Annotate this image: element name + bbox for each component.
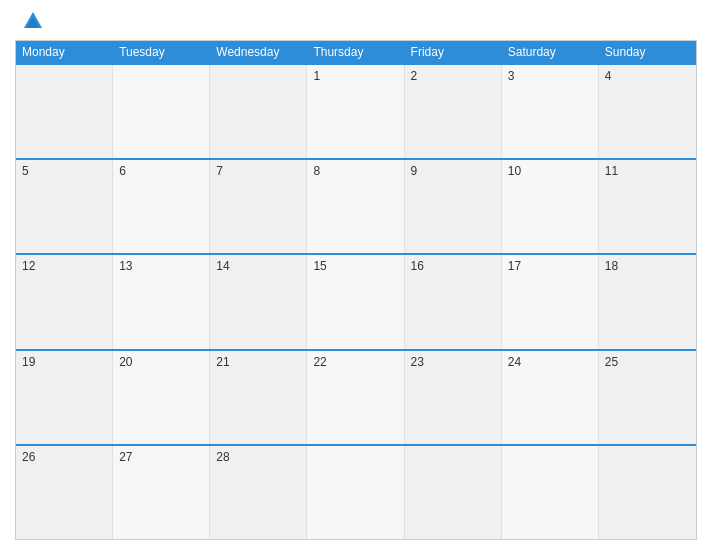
- day-cell-23: 23: [405, 351, 502, 444]
- day-number: 12: [22, 259, 106, 273]
- day-cell-13: 13: [113, 255, 210, 348]
- logo-icon: [22, 10, 44, 32]
- logo: [20, 10, 46, 32]
- day-number: 17: [508, 259, 592, 273]
- day-cell-6: 6: [113, 160, 210, 253]
- day-number: 2: [411, 69, 495, 83]
- day-cell-10: 10: [502, 160, 599, 253]
- day-cell-14: 14: [210, 255, 307, 348]
- empty-cell: [599, 446, 696, 539]
- day-cell-7: 7: [210, 160, 307, 253]
- day-number: 18: [605, 259, 690, 273]
- day-number: 8: [313, 164, 397, 178]
- week-row-4: 19202122232425: [16, 349, 696, 444]
- day-number: 19: [22, 355, 106, 369]
- day-header-tuesday: Tuesday: [113, 41, 210, 63]
- empty-cell: [307, 446, 404, 539]
- day-number: 22: [313, 355, 397, 369]
- day-number: 15: [313, 259, 397, 273]
- week-row-5: 262728: [16, 444, 696, 539]
- empty-cell: [113, 65, 210, 158]
- day-number: 9: [411, 164, 495, 178]
- empty-cell: [502, 446, 599, 539]
- day-cell-9: 9: [405, 160, 502, 253]
- empty-cell: [16, 65, 113, 158]
- day-number: 5: [22, 164, 106, 178]
- day-header-saturday: Saturday: [502, 41, 599, 63]
- day-number: 26: [22, 450, 106, 464]
- day-cell-12: 12: [16, 255, 113, 348]
- day-cell-18: 18: [599, 255, 696, 348]
- empty-cell: [405, 446, 502, 539]
- calendar-grid: MondayTuesdayWednesdayThursdayFridaySatu…: [15, 40, 697, 540]
- week-row-3: 12131415161718: [16, 253, 696, 348]
- day-cell-21: 21: [210, 351, 307, 444]
- day-cell-1: 1: [307, 65, 404, 158]
- day-number: 7: [216, 164, 300, 178]
- day-number: 21: [216, 355, 300, 369]
- day-number: 23: [411, 355, 495, 369]
- day-number: 4: [605, 69, 690, 83]
- day-number: 24: [508, 355, 592, 369]
- day-cell-15: 15: [307, 255, 404, 348]
- day-cell-24: 24: [502, 351, 599, 444]
- day-cell-17: 17: [502, 255, 599, 348]
- day-header-sunday: Sunday: [599, 41, 696, 63]
- day-number: 11: [605, 164, 690, 178]
- day-cell-2: 2: [405, 65, 502, 158]
- day-header-friday: Friday: [405, 41, 502, 63]
- day-number: 20: [119, 355, 203, 369]
- day-cell-4: 4: [599, 65, 696, 158]
- day-number: 13: [119, 259, 203, 273]
- day-cell-20: 20: [113, 351, 210, 444]
- calendar-header: [15, 10, 697, 32]
- day-cell-8: 8: [307, 160, 404, 253]
- day-header-wednesday: Wednesday: [210, 41, 307, 63]
- day-cell-11: 11: [599, 160, 696, 253]
- day-cell-26: 26: [16, 446, 113, 539]
- day-header-monday: Monday: [16, 41, 113, 63]
- day-cell-16: 16: [405, 255, 502, 348]
- days-header: MondayTuesdayWednesdayThursdayFridaySatu…: [16, 41, 696, 63]
- week-row-2: 567891011: [16, 158, 696, 253]
- day-cell-19: 19: [16, 351, 113, 444]
- day-number: 10: [508, 164, 592, 178]
- day-number: 28: [216, 450, 300, 464]
- calendar-container: MondayTuesdayWednesdayThursdayFridaySatu…: [0, 0, 712, 550]
- day-number: 3: [508, 69, 592, 83]
- day-header-thursday: Thursday: [307, 41, 404, 63]
- day-cell-27: 27: [113, 446, 210, 539]
- day-number: 6: [119, 164, 203, 178]
- day-number: 27: [119, 450, 203, 464]
- day-cell-5: 5: [16, 160, 113, 253]
- day-number: 16: [411, 259, 495, 273]
- day-number: 14: [216, 259, 300, 273]
- week-row-1: 1234: [16, 63, 696, 158]
- day-number: 1: [313, 69, 397, 83]
- day-cell-25: 25: [599, 351, 696, 444]
- day-number: 25: [605, 355, 690, 369]
- weeks-container: 1234567891011121314151617181920212223242…: [16, 63, 696, 539]
- day-cell-22: 22: [307, 351, 404, 444]
- day-cell-28: 28: [210, 446, 307, 539]
- empty-cell: [210, 65, 307, 158]
- day-cell-3: 3: [502, 65, 599, 158]
